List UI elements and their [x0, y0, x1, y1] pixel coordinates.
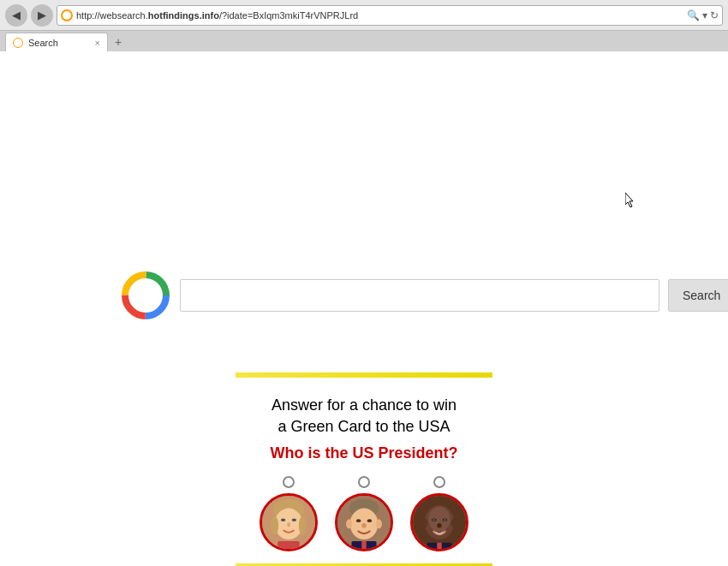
svg-rect-35 — [437, 543, 441, 551]
person-circle-hillary[interactable] — [260, 493, 318, 551]
search-logo — [120, 270, 171, 321]
svg-point-9 — [292, 519, 296, 522]
person-circle-bush[interactable] — [335, 493, 393, 551]
svg-point-18 — [376, 520, 382, 529]
dropdown-icon[interactable]: ▾ — [702, 9, 707, 21]
promo-section: Answer for a chance to win a Green Card … — [227, 372, 501, 566]
svg-point-10 — [287, 522, 290, 527]
favicon-icon — [61, 9, 73, 21]
svg-point-12 — [299, 516, 307, 535]
refresh-icon[interactable]: ↻ — [710, 9, 719, 21]
search-icon[interactable]: 🔍 — [687, 9, 700, 21]
svg-point-4 — [132, 282, 159, 309]
address-bar[interactable]: http://websearch.hotfindings.info/?idate… — [57, 5, 723, 26]
radio-bush[interactable] — [358, 476, 370, 488]
tab-bar: Search × + — [0, 31, 728, 51]
active-tab[interactable]: Search × — [5, 33, 108, 51]
svg-point-20 — [367, 520, 372, 523]
svg-point-27 — [421, 519, 427, 528]
choice-bush — [335, 476, 393, 551]
radio-obama[interactable] — [433, 476, 445, 488]
cursor — [625, 193, 636, 208]
address-text: http://websearch.hotfindings.info/?idate… — [76, 10, 683, 21]
svg-point-11 — [271, 516, 278, 535]
browser-chrome: ◀ ▶ http://websearch.hotfindings.info/?i… — [0, 0, 728, 51]
promo-title: Answer for a chance to win a Green Card … — [227, 395, 501, 438]
new-tab-button[interactable]: + — [108, 33, 128, 51]
svg-point-26 — [428, 507, 451, 532]
page-content: Search Answer for a chance to win a Gree… — [0, 51, 728, 566]
svg-point-19 — [356, 520, 361, 523]
svg-point-33 — [437, 523, 441, 527]
choices-container — [227, 476, 501, 551]
address-icons: 🔍 ▾ ↻ — [687, 9, 719, 21]
svg-point-31 — [433, 519, 436, 521]
tab-label: Search — [28, 38, 58, 48]
svg-point-21 — [361, 523, 366, 527]
svg-point-8 — [281, 519, 285, 522]
search-button[interactable]: Search — [668, 279, 728, 312]
choice-hillary — [260, 476, 318, 551]
yellow-bar-top — [236, 372, 492, 378]
choice-obama — [410, 476, 468, 551]
search-area: Search — [120, 270, 728, 321]
promo-question: Who is the US President? — [227, 444, 501, 462]
address-prefix: http://websearch. — [76, 10, 148, 21]
browser-toolbar: ◀ ▶ http://websearch.hotfindings.info/?i… — [0, 0, 728, 31]
search-input[interactable] — [180, 279, 659, 312]
svg-point-32 — [444, 519, 447, 521]
svg-rect-13 — [277, 541, 300, 549]
tab-favicon-icon — [13, 38, 23, 48]
svg-point-17 — [346, 520, 352, 529]
radio-hillary[interactable] — [283, 476, 295, 488]
back-button[interactable]: ◀ — [5, 4, 27, 27]
person-circle-obama[interactable] — [410, 493, 468, 551]
address-domain: hotfindings.info — [148, 10, 219, 21]
forward-button[interactable]: ▶ — [31, 4, 53, 27]
svg-rect-23 — [361, 541, 366, 549]
address-suffix: /?idate=BxIqm3mkiT4rVNPRJLrd — [219, 10, 358, 21]
svg-point-28 — [451, 519, 457, 528]
tab-close-button[interactable]: × — [95, 38, 100, 48]
